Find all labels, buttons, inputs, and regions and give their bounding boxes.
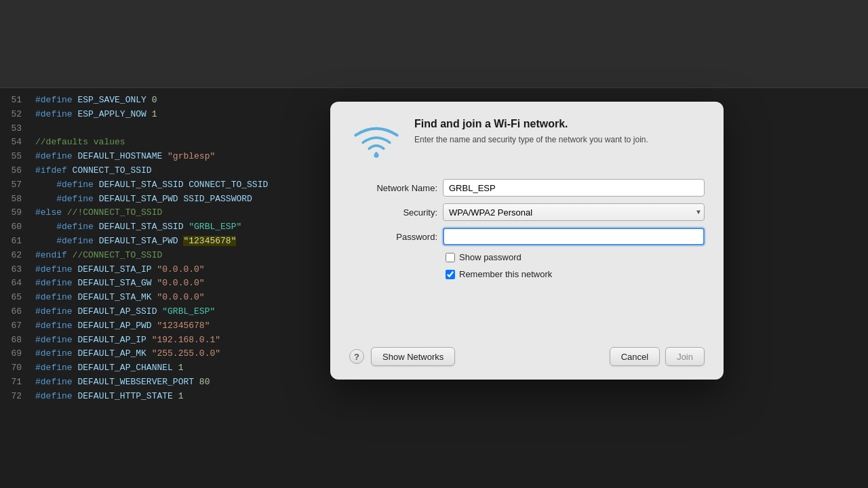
wifi-icon xyxy=(352,120,401,163)
line-number: 55 xyxy=(0,150,27,164)
line-number: 54 xyxy=(0,136,27,150)
line-number: 58 xyxy=(0,192,27,207)
editor-header xyxy=(0,0,868,88)
dialog-buttons-right: Cancel Join xyxy=(610,347,705,366)
network-name-row: Network Name: xyxy=(356,179,705,197)
join-button[interactable]: Join xyxy=(665,347,705,366)
dialog-title: Find and join a Wi-Fi network. xyxy=(414,118,705,130)
wifi-dialog: Find and join a Wi-Fi network. Enter the… xyxy=(330,102,724,380)
line-number: 61 xyxy=(0,235,27,249)
dialog-header: Find and join a Wi-Fi network. Enter the… xyxy=(349,118,705,165)
line-number: 56 xyxy=(0,164,27,178)
line-number: 59 xyxy=(0,206,27,220)
line-number: 65 xyxy=(0,291,27,305)
line-number: 62 xyxy=(0,249,27,263)
show-password-row: Show password xyxy=(356,252,705,262)
cancel-button[interactable]: Cancel xyxy=(610,347,660,366)
password-label: Password: xyxy=(356,232,437,242)
security-row: Security: NoneWEPWPA PersonalWPA2 Person… xyxy=(356,203,705,221)
security-select[interactable]: NoneWEPWPA PersonalWPA2 PersonalWPA/WPA2… xyxy=(443,203,705,221)
line-number: 71 xyxy=(0,375,27,390)
line-number: 72 xyxy=(0,390,27,404)
dialog-subtitle: Enter the name and security type of the … xyxy=(414,134,705,146)
security-select-wrapper: NoneWEPWPA PersonalWPA2 PersonalWPA/WPA2… xyxy=(443,203,705,221)
dialog-buttons-left: ? Show Networks xyxy=(349,347,455,366)
line-number: 52 xyxy=(0,108,27,122)
remember-network-row: Remember this network xyxy=(356,269,705,279)
remember-network-label[interactable]: Remember this network xyxy=(459,269,552,279)
password-row: Password: xyxy=(356,228,705,245)
line-number: 57 xyxy=(0,178,27,192)
line-number: 63 xyxy=(0,263,27,277)
svg-point-0 xyxy=(374,153,378,158)
line-number: 66 xyxy=(0,305,27,319)
password-input[interactable] xyxy=(443,228,705,245)
show-password-checkbox[interactable] xyxy=(446,253,455,262)
line-number: 60 xyxy=(0,220,27,235)
line-number: 64 xyxy=(0,277,27,291)
line-number: 53 xyxy=(0,122,27,136)
line-number: 69 xyxy=(0,347,27,361)
line-number: 67 xyxy=(0,319,27,333)
security-label: Security: xyxy=(356,207,437,218)
line-number: 68 xyxy=(0,333,27,348)
wifi-icon-container xyxy=(349,118,403,165)
line-number: 51 xyxy=(0,94,27,108)
dialog-buttons: ? Show Networks Cancel Join xyxy=(349,342,705,366)
show-password-label[interactable]: Show password xyxy=(459,252,521,262)
line-numbers: 5152535455565758596061626364656667686970… xyxy=(0,88,27,488)
remember-network-checkbox[interactable] xyxy=(446,270,455,279)
help-button[interactable]: ? xyxy=(349,349,364,364)
form-section: Network Name: Security: NoneWEPWPA Perso… xyxy=(349,179,705,331)
line-number: 70 xyxy=(0,361,27,375)
network-name-input[interactable] xyxy=(443,179,705,197)
dialog-title-area: Find and join a Wi-Fi network. Enter the… xyxy=(414,118,705,146)
code-line: #define DEFAULT_HTTP_STATE 1 xyxy=(35,390,868,404)
show-networks-button[interactable]: Show Networks xyxy=(371,347,455,366)
network-name-label: Network Name: xyxy=(356,183,437,193)
